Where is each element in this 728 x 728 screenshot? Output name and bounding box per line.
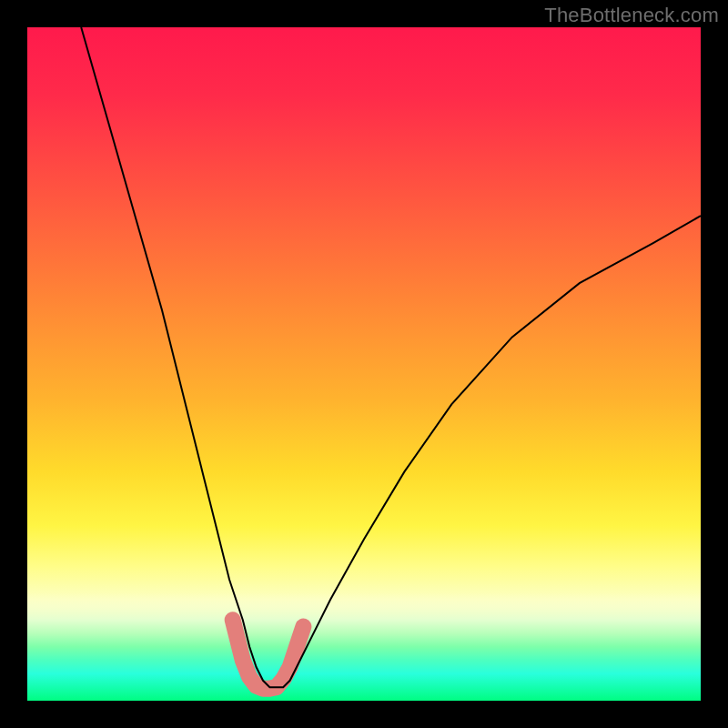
curve-layer bbox=[27, 27, 701, 701]
watermark-text: TheBottleneck.com bbox=[544, 4, 719, 27]
bottleneck-curve-path bbox=[81, 27, 701, 687]
plot-area bbox=[27, 27, 701, 701]
trough-highlight-path bbox=[233, 620, 304, 688]
bottleneck-curve bbox=[81, 27, 701, 687]
trough-highlight bbox=[233, 620, 304, 688]
chart-frame: TheBottleneck.com bbox=[0, 0, 728, 728]
